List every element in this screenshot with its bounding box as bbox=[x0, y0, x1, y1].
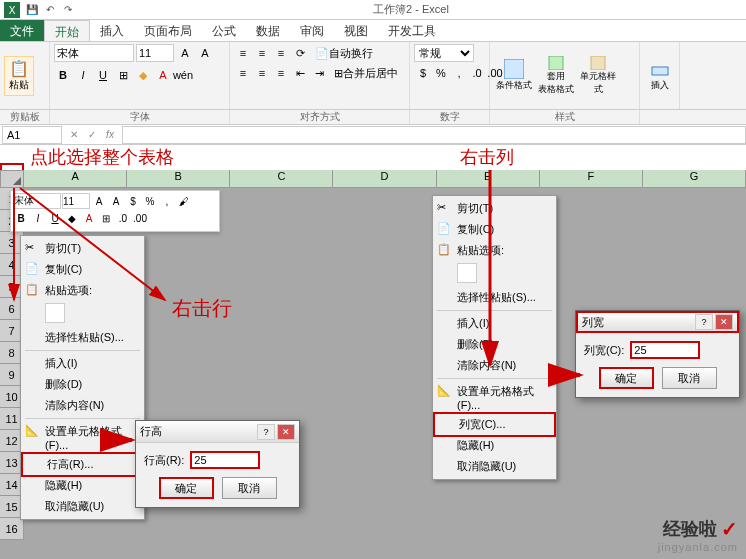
wrap-text-button[interactable]: 📄自动换行 bbox=[310, 44, 378, 62]
underline-button[interactable]: U bbox=[94, 66, 112, 84]
fill-color-button[interactable]: ◆ bbox=[134, 66, 152, 84]
bold-button[interactable]: B bbox=[54, 66, 72, 84]
ctx-unhide[interactable]: 取消隐藏(U) bbox=[21, 496, 144, 517]
dialog-close-icon[interactable]: ✕ bbox=[277, 424, 295, 440]
row-height-cancel-button[interactable]: 取消 bbox=[222, 477, 277, 499]
ctx-col-copy[interactable]: 📄复制(C) bbox=[433, 219, 556, 240]
mini-italic-icon[interactable]: I bbox=[30, 210, 46, 226]
tab-dev[interactable]: 开发工具 bbox=[378, 20, 446, 41]
row-header[interactable]: 16 bbox=[0, 518, 24, 540]
tab-layout[interactable]: 页面布局 bbox=[134, 20, 202, 41]
tab-data[interactable]: 数据 bbox=[246, 20, 290, 41]
ctx-clear[interactable]: 清除内容(N) bbox=[21, 395, 144, 416]
insert-cells-button[interactable]: 插入 bbox=[644, 56, 675, 96]
font-size-select[interactable] bbox=[136, 44, 174, 62]
cancel-formula-icon[interactable]: ✕ bbox=[66, 127, 82, 143]
formula-bar[interactable] bbox=[122, 126, 746, 144]
ctx-col-hide[interactable]: 隐藏(H) bbox=[433, 435, 556, 456]
number-format-select[interactable]: 常规 bbox=[414, 44, 474, 62]
col-header-c[interactable]: C bbox=[230, 170, 333, 187]
align-right-icon[interactable]: ≡ bbox=[272, 64, 290, 82]
qat-redo-icon[interactable]: ↷ bbox=[60, 2, 76, 18]
col-header-e[interactable]: E bbox=[437, 170, 540, 187]
merge-center-button[interactable]: ⊞合并后居中 bbox=[329, 64, 403, 82]
currency-icon[interactable]: $ bbox=[414, 64, 432, 82]
row-height-ok-button[interactable]: 确定 bbox=[159, 477, 214, 499]
ctx-col-delete[interactable]: 删除(D) bbox=[433, 334, 556, 355]
ctx-cut[interactable]: ✂剪切(T) bbox=[21, 238, 144, 259]
ctx-delete[interactable]: 删除(D) bbox=[21, 374, 144, 395]
mini-font-color-icon[interactable]: A bbox=[81, 210, 97, 226]
mini-fill-color-icon[interactable]: ◆ bbox=[64, 210, 80, 226]
qat-save-icon[interactable]: 💾 bbox=[24, 2, 40, 18]
phonetic-button[interactable]: wén bbox=[174, 66, 192, 84]
col-header-d[interactable]: D bbox=[333, 170, 436, 187]
border-button[interactable]: ⊞ bbox=[114, 66, 132, 84]
mini-comma-icon[interactable]: , bbox=[159, 193, 175, 209]
ctx-col-paste-special[interactable]: 选择性粘贴(S)... bbox=[433, 287, 556, 308]
ctx-hide[interactable]: 隐藏(H) bbox=[21, 475, 144, 496]
indent-increase-icon[interactable]: ⇥ bbox=[310, 64, 328, 82]
qat-undo-icon[interactable]: ↶ bbox=[42, 2, 58, 18]
ctx-paste-special[interactable]: 选择性粘贴(S)... bbox=[21, 327, 144, 348]
enter-formula-icon[interactable]: ✓ bbox=[84, 127, 100, 143]
mini-font-select[interactable] bbox=[13, 193, 61, 209]
align-left-icon[interactable]: ≡ bbox=[234, 64, 252, 82]
col-width-input[interactable] bbox=[630, 341, 700, 359]
tab-review[interactable]: 审阅 bbox=[290, 20, 334, 41]
mini-size-select[interactable] bbox=[62, 193, 90, 209]
ctx-format-cells[interactable]: 📐设置单元格格式(F)... bbox=[21, 421, 144, 454]
fx-icon[interactable]: fx bbox=[102, 127, 118, 143]
tab-home[interactable]: 开始 bbox=[44, 20, 90, 41]
col-header-f[interactable]: F bbox=[540, 170, 643, 187]
tab-formula[interactable]: 公式 bbox=[202, 20, 246, 41]
percent-icon[interactable]: % bbox=[432, 64, 450, 82]
conditional-format-button[interactable]: 条件格式 bbox=[494, 56, 534, 96]
tab-file[interactable]: 文件 bbox=[0, 20, 44, 41]
dialog-close-icon[interactable]: ✕ bbox=[715, 314, 733, 330]
mini-percent-icon[interactable]: % bbox=[142, 193, 158, 209]
paste-option-icon[interactable] bbox=[457, 263, 477, 283]
ctx-col-insert[interactable]: 插入(I) bbox=[433, 313, 556, 334]
select-all-button[interactable] bbox=[0, 170, 24, 188]
orientation-icon[interactable]: ⟳ bbox=[291, 44, 309, 62]
align-bottom-icon[interactable]: ≡ bbox=[272, 44, 290, 62]
name-box[interactable] bbox=[2, 126, 62, 144]
dialog-help-icon[interactable]: ? bbox=[257, 424, 275, 440]
font-name-select[interactable] bbox=[54, 44, 134, 62]
mini-increase-font-icon[interactable]: A bbox=[91, 193, 107, 209]
ctx-col-width[interactable]: 列宽(C)... bbox=[433, 412, 556, 437]
mini-currency-icon[interactable]: $ bbox=[125, 193, 141, 209]
col-header-a[interactable]: A bbox=[24, 170, 127, 187]
font-color-button[interactable]: A bbox=[154, 66, 172, 84]
paste-option-icon[interactable] bbox=[45, 303, 65, 323]
mini-format-painter-icon[interactable]: 🖌 bbox=[176, 193, 192, 209]
ctx-col-unhide[interactable]: 取消隐藏(U) bbox=[433, 456, 556, 477]
dialog-help-icon[interactable]: ? bbox=[695, 314, 713, 330]
align-middle-icon[interactable]: ≡ bbox=[253, 44, 271, 62]
mini-underline-icon[interactable]: U bbox=[47, 210, 63, 226]
indent-decrease-icon[interactable]: ⇤ bbox=[291, 64, 309, 82]
ctx-row-height[interactable]: 行高(R)... bbox=[21, 452, 144, 477]
align-top-icon[interactable]: ≡ bbox=[234, 44, 252, 62]
row-height-input[interactable] bbox=[190, 451, 260, 469]
ctx-copy[interactable]: 📄复制(C) bbox=[21, 259, 144, 280]
table-format-button[interactable]: 套用 表格格式 bbox=[536, 56, 576, 96]
cell-styles-button[interactable]: 单元格样式 bbox=[578, 56, 618, 96]
mini-decrease-font-icon[interactable]: A bbox=[108, 193, 124, 209]
ctx-col-format-cells[interactable]: 📐设置单元格格式(F)... bbox=[433, 381, 556, 414]
decrease-font-icon[interactable]: A bbox=[196, 44, 214, 62]
comma-icon[interactable]: , bbox=[450, 64, 468, 82]
ctx-col-cut[interactable]: ✂剪切(T) bbox=[433, 198, 556, 219]
mini-border-icon[interactable]: ⊞ bbox=[98, 210, 114, 226]
ctx-col-clear[interactable]: 清除内容(N) bbox=[433, 355, 556, 376]
increase-font-icon[interactable]: A bbox=[176, 44, 194, 62]
tab-view[interactable]: 视图 bbox=[334, 20, 378, 41]
col-header-b[interactable]: B bbox=[127, 170, 230, 187]
col-width-cancel-button[interactable]: 取消 bbox=[662, 367, 717, 389]
mini-bold-icon[interactable]: B bbox=[13, 210, 29, 226]
tab-insert[interactable]: 插入 bbox=[90, 20, 134, 41]
align-center-icon[interactable]: ≡ bbox=[253, 64, 271, 82]
paste-button[interactable]: 📋 粘贴 bbox=[4, 56, 34, 96]
mini-decimal-inc-icon[interactable]: .0 bbox=[115, 210, 131, 226]
